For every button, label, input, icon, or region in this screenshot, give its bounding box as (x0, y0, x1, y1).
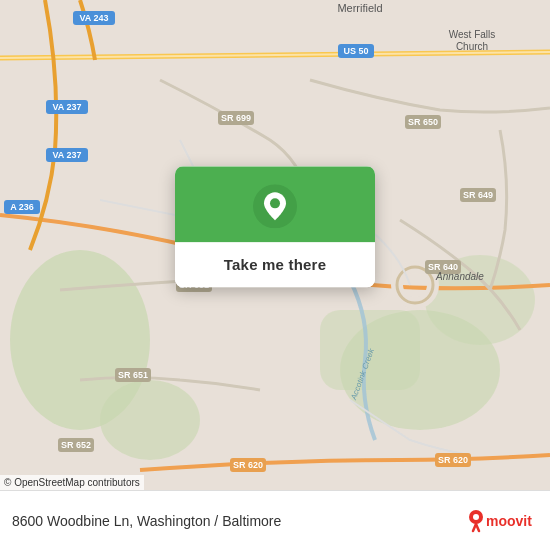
svg-text:US 50: US 50 (343, 46, 368, 56)
svg-point-44 (270, 198, 280, 208)
pin-icon (253, 184, 297, 228)
map-container: VA 243 US 50 VA 237 VA 237 SR 699 SR 650… (0, 0, 550, 490)
address-label: 8600 Woodbine Ln, Washington / Baltimore (12, 513, 468, 529)
osm-attribution: © OpenStreetMap contributors (0, 475, 144, 490)
svg-text:SR 652: SR 652 (61, 440, 91, 450)
bottom-bar: 8600 Woodbine Ln, Washington / Baltimore… (0, 490, 550, 550)
svg-text:SR 651: SR 651 (118, 370, 148, 380)
svg-text:SR 620: SR 620 (438, 455, 468, 465)
svg-point-46 (473, 514, 479, 520)
moovit-logo: moovit (468, 506, 538, 536)
moovit-logo-svg: moovit (468, 506, 538, 536)
svg-text:Church: Church (456, 41, 488, 52)
popup-card: Take me there (175, 166, 375, 287)
svg-text:SR 620: SR 620 (233, 460, 263, 470)
svg-text:SR 699: SR 699 (221, 113, 251, 123)
svg-text:SR 650: SR 650 (408, 117, 438, 127)
svg-text:moovit: moovit (486, 513, 532, 529)
svg-text:West Falls: West Falls (449, 29, 496, 40)
svg-text:VA 243: VA 243 (79, 13, 108, 23)
svg-text:SR 649: SR 649 (463, 190, 493, 200)
svg-text:A 236: A 236 (10, 202, 34, 212)
popup-green-header (175, 166, 375, 242)
svg-text:VA 237: VA 237 (52, 150, 81, 160)
svg-point-2 (100, 380, 200, 460)
svg-text:Annandale: Annandale (435, 271, 484, 282)
svg-text:Merrifield: Merrifield (337, 2, 382, 14)
svg-text:VA 237: VA 237 (52, 102, 81, 112)
take-me-there-button[interactable]: Take me there (175, 242, 375, 287)
